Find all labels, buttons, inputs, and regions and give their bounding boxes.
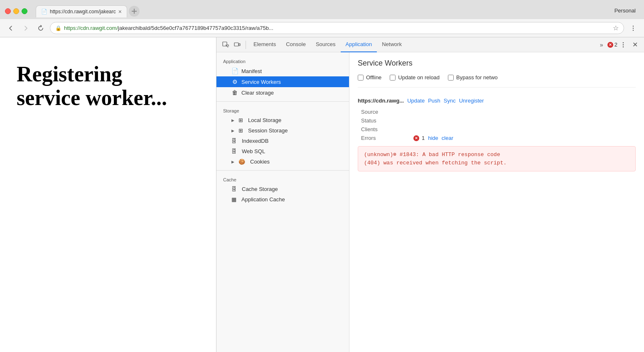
- svg-point-3: [633, 27, 634, 28]
- panel-title: Service Workers: [358, 59, 636, 68]
- tab-favicon-icon: 📄: [41, 9, 47, 15]
- browser-tab[interactable]: 📄 https://cdn.rawgit.com/jakearc ×: [36, 5, 127, 17]
- offline-label: Offline: [366, 74, 381, 81]
- sw-options: Offline Update on reload Bypass for netw…: [358, 74, 636, 88]
- sidebar-item-local-storage-label: Local Storage: [248, 117, 281, 123]
- new-tab-button[interactable]: [129, 6, 140, 17]
- sidebar-item-session-storage[interactable]: ▶ ⊞ Session Storage: [216, 125, 349, 136]
- source-value: [413, 109, 636, 115]
- sw-entry: https://cdn.rawg... Update Push Sync Unr…: [358, 98, 636, 171]
- toolbar-divider: [246, 41, 246, 49]
- svg-rect-6: [234, 43, 238, 46]
- sw-push-link[interactable]: Push: [428, 98, 440, 104]
- sw-url: https://cdn.rawg...: [358, 98, 404, 104]
- sidebar-item-clear-storage[interactable]: 🗑 Clear storage: [216, 87, 349, 98]
- sidebar-item-web-sql[interactable]: 🗄 Web SQL: [216, 146, 349, 156]
- cache-storage-icon: 🗄: [231, 186, 237, 192]
- personal-label: Personal: [615, 7, 639, 15]
- sidebar-item-indexeddb[interactable]: 🗄 IndexedDB: [216, 136, 349, 146]
- back-button[interactable]: [5, 22, 17, 34]
- devtools-body: Application 📄 Manifest ⚙ Service Workers…: [216, 52, 644, 352]
- close-button[interactable]: [5, 8, 11, 14]
- reload-button[interactable]: [35, 22, 47, 34]
- sidebar-item-application-cache-label: Application Cache: [241, 196, 285, 203]
- minimize-button[interactable]: [13, 8, 19, 14]
- offline-option[interactable]: Offline: [358, 74, 381, 81]
- clear-errors-link[interactable]: clear: [442, 135, 453, 141]
- clients-label: Clients: [361, 126, 411, 132]
- url-green-part: https://cdn.rawgit.com/: [64, 25, 118, 31]
- sw-sync-link[interactable]: Sync: [444, 98, 456, 104]
- element-picker-icon[interactable]: [220, 39, 231, 51]
- lock-icon: 🔒: [55, 25, 61, 31]
- tab-close-button[interactable]: ×: [118, 8, 122, 15]
- sidebar-item-session-storage-label: Session Storage: [248, 127, 288, 134]
- sw-update-link[interactable]: Update: [407, 98, 425, 104]
- more-tabs-button[interactable]: »: [596, 39, 607, 51]
- sidebar-item-application-cache[interactable]: ▦ Application Cache: [216, 194, 349, 205]
- local-storage-grid-icon: ⊞: [238, 117, 243, 123]
- devtools-close-button[interactable]: ✕: [629, 39, 641, 51]
- devtools-sidebar: Application 📄 Manifest ⚙ Service Workers…: [216, 52, 349, 352]
- error-count: 2: [615, 42, 617, 48]
- sidebar-item-cookies[interactable]: ▶ 🍪 Cookies: [216, 156, 349, 167]
- tab-network[interactable]: Network: [377, 37, 407, 52]
- svg-point-9: [623, 44, 624, 45]
- bypass-for-network-checkbox[interactable]: [448, 75, 454, 81]
- session-storage-grid-icon: ⊞: [238, 127, 243, 134]
- sidebar-item-clear-storage-label: Clear storage: [241, 90, 274, 96]
- sidebar-item-cache-storage[interactable]: 🗄 Cache Storage: [216, 184, 349, 194]
- sidebar-section-cache: Cache: [216, 174, 349, 184]
- heading-line2: service worker...: [17, 86, 167, 110]
- application-cache-icon: ▦: [231, 196, 236, 203]
- devtools-toolbar: Elements Console Sources Application Net…: [216, 37, 644, 52]
- error-icon: ✕: [607, 42, 613, 48]
- tab-application[interactable]: Application: [341, 37, 377, 52]
- errors-label: Errors: [361, 135, 411, 141]
- sidebar-item-local-storage[interactable]: ▶ ⊞ Local Storage: [216, 115, 349, 125]
- url-text: https://cdn.rawgit.com/jakearchibald/5dc…: [64, 25, 610, 31]
- sidebar-item-manifest[interactable]: 📄 Manifest: [216, 66, 349, 76]
- svg-rect-7: [239, 44, 240, 46]
- cookies-arrow-icon: ▶: [231, 160, 234, 164]
- sidebar-sep-2: [216, 170, 349, 171]
- forward-button[interactable]: [20, 22, 32, 34]
- sw-url-row: https://cdn.rawg... Update Push Sync Unr…: [358, 98, 636, 104]
- update-on-reload-option[interactable]: Update on reload: [390, 74, 440, 81]
- bypass-for-network-option[interactable]: Bypass for netwo: [448, 74, 498, 81]
- update-on-reload-checkbox[interactable]: [390, 75, 396, 81]
- bookmark-icon[interactable]: ☆: [613, 24, 619, 32]
- sidebar-item-web-sql-label: Web SQL: [242, 148, 265, 154]
- page-heading: Registering service worker...: [17, 62, 167, 110]
- sw-unregister-link[interactable]: Unregister: [459, 98, 484, 104]
- maximize-button[interactable]: [22, 8, 27, 14]
- page-content: Registering service worker...: [0, 37, 216, 352]
- error-box: (unknown)⊗ #1843: A bad HTTP response co…: [358, 146, 636, 171]
- address-bar[interactable]: 🔒 https://cdn.rawgit.com/jakearchibald/5…: [50, 22, 624, 34]
- tab-elements[interactable]: Elements: [248, 37, 281, 52]
- nav-bar: 🔒 https://cdn.rawgit.com/jakearchibald/5…: [0, 19, 644, 37]
- sidebar-item-service-workers[interactable]: ⚙ Service Workers: [216, 76, 349, 87]
- tab-sources[interactable]: Sources: [311, 37, 341, 52]
- update-on-reload-label: Update on reload: [398, 74, 440, 81]
- indexeddb-icon: 🗄: [231, 138, 237, 144]
- traffic-lights: [5, 8, 27, 14]
- session-storage-arrow-icon: ▶: [231, 129, 234, 133]
- menu-button[interactable]: [627, 22, 639, 34]
- sidebar-item-indexeddb-label: IndexedDB: [242, 138, 268, 144]
- svg-point-2: [633, 25, 634, 26]
- sidebar-section-storage: Storage: [216, 105, 349, 115]
- bypass-for-network-label: Bypass for netwo: [456, 74, 498, 81]
- responsive-mode-icon[interactable]: [231, 39, 243, 51]
- devtools-more-button[interactable]: [617, 39, 629, 51]
- error-number: 1: [422, 135, 425, 141]
- cookies-icon: 🍪: [238, 159, 245, 165]
- sidebar-item-manifest-label: Manifest: [241, 68, 262, 74]
- devtools-panel: Elements Console Sources Application Net…: [216, 37, 644, 352]
- offline-checkbox[interactable]: [358, 75, 364, 81]
- hide-errors-link[interactable]: hide: [428, 135, 438, 141]
- tab-console[interactable]: Console: [281, 37, 311, 52]
- source-label: Source: [361, 109, 411, 115]
- sidebar-item-service-workers-label: Service Workers: [241, 79, 281, 85]
- heading-line1: Registering: [17, 62, 122, 86]
